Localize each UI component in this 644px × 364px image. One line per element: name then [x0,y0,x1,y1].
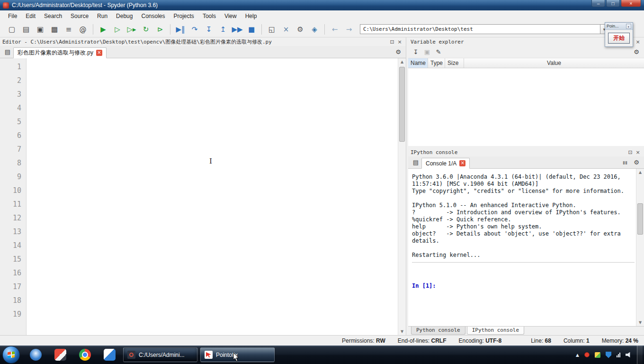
working-directory-input[interactable] [360,24,600,34]
symbol-finder-icon[interactable]: @ [76,23,90,36]
close-button[interactable]: × [621,0,641,7]
column-header-name[interactable]: Name [408,58,428,68]
import-data-icon[interactable]: ↧ [410,47,421,57]
column-header-value[interactable]: Value [464,58,644,68]
back-icon[interactable]: ← [328,23,342,36]
pointofix-body: 开始 [605,30,633,46]
title-bar: C:/Users/Administrator/Desktop/test - Sp… [0,0,644,10]
scroll-down-icon[interactable]: ▼ [636,319,644,326]
tray-app-icon[interactable] [595,352,600,358]
menu-item[interactable]: Consoles [137,11,169,21]
menu-item[interactable]: Edit [21,11,40,21]
close-pane-icon[interactable]: × [634,149,642,155]
close-pane-icon[interactable]: × [396,39,403,45]
maximize-button[interactable]: □ [606,0,620,7]
new-file-icon[interactable]: ▢ [5,23,19,36]
menu-item[interactable]: Debug [112,11,137,21]
network-icon[interactable] [617,353,620,357]
open-file-icon[interactable]: ▤ [19,23,33,36]
options-icon[interactable]: ⚙ [631,158,642,167]
run-cell-icon[interactable]: ▷ [110,23,125,36]
scrollbar-track[interactable] [398,65,406,328]
menu-item[interactable]: Run [93,11,112,21]
taskbar-window-spyder[interactable]: C:/Users/Admini... [123,347,197,362]
console-output[interactable]: Python 3.6.0 |Anaconda 4.3.1 (64-bit)| (… [408,169,644,326]
step-into-icon[interactable]: ↧ [202,23,216,36]
pinned-app-1[interactable] [23,346,48,364]
browse-tabs-icon[interactable]: ▤ [2,47,13,57]
toolbar-separator [324,24,325,35]
close-pane-icon[interactable]: × [634,39,642,45]
column-header-type[interactable]: Type [428,58,445,68]
column-header-size[interactable]: Size [445,58,464,68]
tab-close-icon[interactable]: × [459,160,465,166]
scroll-up-icon[interactable]: ▲ [398,58,406,65]
status-item: End-of-lines: CRLF [398,337,447,344]
show-desktop-button[interactable] [637,346,643,364]
minimize-button[interactable]: – [591,0,605,7]
editor-tab[interactable]: 彩色图片像素的选取与修改.py × [13,47,107,58]
tab-ipython-console[interactable]: IPython console [467,327,524,335]
browse-tabs-icon[interactable]: ▤ [410,158,421,167]
undock-icon[interactable]: ⊡ [388,39,396,45]
scroll-down-icon[interactable]: ▼ [398,328,406,335]
menu-item[interactable]: File [4,11,21,21]
tab-close-icon[interactable]: × [96,50,102,56]
pointofix-menu-icon[interactable]: ▪ [626,24,631,29]
volume-icon[interactable] [626,352,632,358]
run-selection-icon[interactable]: ⊳ [153,23,167,36]
pinned-app-2[interactable] [48,346,72,364]
stop-icon[interactable]: ■ [244,23,259,36]
pointofix-start-button[interactable]: 开始 [608,33,630,44]
menu-item[interactable]: Search [40,11,66,21]
tab-python-console[interactable]: Python console [411,327,465,335]
menu-item[interactable]: Projects [170,11,198,21]
step-over-icon[interactable]: ↷ [188,23,202,36]
scrollbar-track[interactable] [636,176,644,319]
save-icon[interactable]: ▣ [33,23,47,36]
continue-icon[interactable]: ▶▶ [230,23,244,36]
rerun-cell-icon[interactable]: ↻ [139,23,153,36]
console-tab[interactable]: Console 1/A × [421,158,470,169]
menu-item[interactable]: Source [66,11,93,21]
console-scrollbar[interactable]: ▲ ▼ [636,169,644,326]
tray-expand-icon[interactable]: ▲ [576,353,579,357]
options-icon[interactable]: ⚙ [393,47,404,57]
interrupt-kernel-icon[interactable]: ▮▮ [619,158,631,167]
forward-icon[interactable]: → [342,23,356,36]
pythonpath-icon[interactable]: ◈ [307,23,322,36]
toolbar-icons: ▢▤▣▩≡@▶▷▷▸↻⊳▶‖↷↧↥▶▶■◱×⚙◈←→ [5,23,356,36]
variable-table-body[interactable] [408,68,644,146]
pointofix-title-bar[interactable]: Poin... ▪ [605,23,633,30]
run-icon[interactable]: ▶ [96,23,110,36]
scrollbar-thumb[interactable] [399,67,405,142]
main-area: Editor - C:\Users\Administrator\Desktop\… [0,37,644,335]
step-out-icon[interactable]: ↥ [216,23,230,36]
menu-item[interactable]: Help [241,11,261,21]
fullscreen-icon[interactable]: × [279,23,293,36]
save-data-icon[interactable]: ▣ [421,47,433,57]
editor-scrollbar[interactable]: ▲ ▼ [398,58,406,335]
options-icon[interactable]: ⚙ [631,47,642,57]
pinned-app-4[interactable] [97,346,122,364]
scroll-up-icon[interactable]: ▲ [636,169,644,176]
save-all-icon[interactable]: ▩ [47,23,62,36]
console-pane-header: IPython console ⊡ × [408,148,644,156]
save-data-as-icon[interactable]: ✎ [433,47,444,57]
pinned-app-3[interactable] [72,346,97,364]
menu-item[interactable]: View [220,11,241,21]
maximize-pane-icon[interactable]: ◱ [265,23,279,36]
menu-item[interactable]: Tools [198,11,220,21]
run-cell-advance-icon[interactable]: ▷▸ [125,23,139,36]
scrollbar-thumb[interactable] [637,203,643,235]
undock-icon[interactable]: ⊡ [626,149,634,155]
start-button[interactable] [2,346,20,364]
tray-app-icon-red[interactable] [584,352,590,357]
debug-file-icon[interactable]: ▶‖ [173,23,188,36]
code-editor[interactable]: I [27,58,398,335]
preferences-icon[interactable]: ⚙ [293,23,307,36]
line-number: 1 [0,60,21,74]
file-switcher-icon[interactable]: ≡ [62,23,76,36]
status-item: Column: 1 [564,337,590,344]
security-shield-icon[interactable] [606,352,611,358]
